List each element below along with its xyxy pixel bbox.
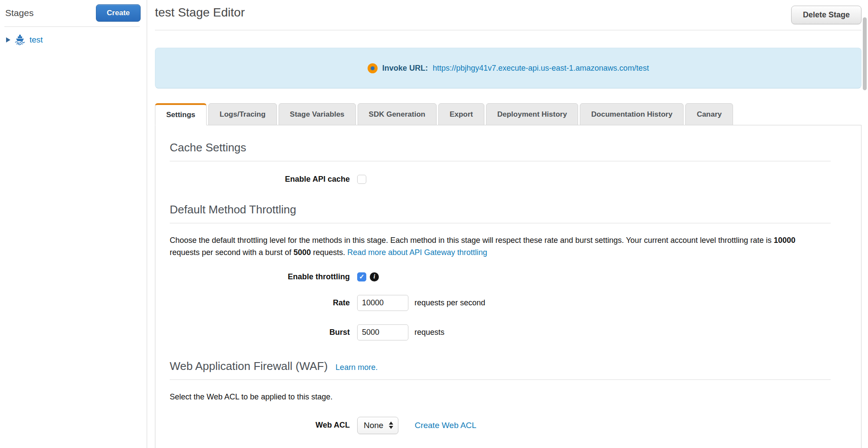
account-burst-value: 5000 xyxy=(293,248,311,257)
tab-settings[interactable]: Settings xyxy=(155,103,207,125)
burst-suffix: requests xyxy=(414,328,444,337)
stage-name[interactable]: test xyxy=(30,35,43,45)
stage-status-icon-dot xyxy=(371,66,375,70)
create-web-acl-link[interactable]: Create Web ACL xyxy=(414,421,476,430)
stage-ship-icon xyxy=(14,34,26,45)
invoke-url-banner: Invoke URL: https://pbjhgy41v7.execute-a… xyxy=(155,48,861,88)
check-icon: ✓ xyxy=(359,273,365,281)
burst-row: Burst requests xyxy=(170,324,831,340)
create-stage-button[interactable]: Create xyxy=(96,4,141,22)
read-more-throttling-link[interactable]: Read more about API Gateway throttling xyxy=(347,248,487,257)
stage-tabs: Settings Logs/Tracing Stage Variables SD… xyxy=(155,103,861,125)
enable-throttling-label: Enable throttling xyxy=(170,272,350,281)
sidebar-item-test-stage[interactable]: test xyxy=(0,27,147,45)
page-title: test Stage Editor xyxy=(155,6,245,20)
throttling-description-text: requests. xyxy=(311,248,347,257)
web-acl-row: Web ACL None Create Web ACL xyxy=(170,417,831,434)
select-stepper-icon xyxy=(389,422,393,429)
web-acl-label: Web ACL xyxy=(170,421,350,430)
info-icon-glyph: i xyxy=(374,273,375,280)
throttling-description-text: Choose the default throttling level for … xyxy=(170,236,774,245)
main-content: test Stage Editor Delete Stage Invoke UR… xyxy=(147,0,868,448)
web-acl-select[interactable]: None xyxy=(357,417,398,434)
stage-status-icon xyxy=(368,63,378,73)
throttling-description: Choose the default throttling level for … xyxy=(170,235,825,259)
throttling-heading: Default Method Throttling xyxy=(170,203,831,216)
enable-throttling-checkbox[interactable]: ✓ xyxy=(357,272,366,281)
tab-deployment-history[interactable]: Deployment History xyxy=(486,103,579,125)
waf-heading-row: Web Application Firewall (WAF) Learn mor… xyxy=(170,360,831,373)
rate-row: Rate requests per second xyxy=(170,295,831,311)
enable-throttling-row: Enable throttling ✓ i xyxy=(170,272,831,281)
page-header: test Stage Editor Delete Stage xyxy=(155,0,861,24)
rate-suffix: requests per second xyxy=(414,298,485,307)
sidebar-header: Stages Create xyxy=(0,0,147,25)
enable-api-cache-label: Enable API cache xyxy=(170,175,350,184)
enable-api-cache-row: Enable API cache xyxy=(170,175,831,184)
burst-label: Burst xyxy=(170,328,350,337)
expand-arrow-icon[interactable] xyxy=(6,37,10,43)
invoke-url-label: Invoke URL: xyxy=(382,64,428,73)
enable-api-cache-checkbox[interactable] xyxy=(357,175,366,184)
rate-input[interactable] xyxy=(357,295,408,311)
waf-learn-more-link[interactable]: Learn more. xyxy=(335,363,378,372)
invoke-url-link[interactable]: https://pbjhgy41v7.execute-api.us-east-1… xyxy=(433,64,649,73)
delete-stage-button[interactable]: Delete Stage xyxy=(791,6,861,24)
web-acl-selected-value: None xyxy=(364,421,383,430)
section-divider xyxy=(170,223,831,223)
section-divider xyxy=(170,379,831,380)
tab-documentation-history[interactable]: Documentation History xyxy=(580,103,684,125)
tab-sdk-generation[interactable]: SDK Generation xyxy=(358,103,437,125)
throttling-description-text: requests per second with a burst of xyxy=(170,248,293,257)
stages-sidebar: Stages Create test xyxy=(0,0,147,448)
waf-heading: Web Application Firewall (WAF) xyxy=(170,360,328,373)
tab-logs-tracing[interactable]: Logs/Tracing xyxy=(208,103,277,125)
waf-description: Select the Web ACL to be applied to this… xyxy=(170,391,825,403)
sidebar-title: Stages xyxy=(5,8,33,18)
tab-stage-variables[interactable]: Stage Variables xyxy=(279,103,356,125)
tab-canary[interactable]: Canary xyxy=(685,103,733,125)
account-rate-value: 10000 xyxy=(774,236,796,245)
settings-panel: Cache Settings Enable API cache Default … xyxy=(155,125,861,448)
cache-settings-heading: Cache Settings xyxy=(170,141,831,154)
tab-export[interactable]: Export xyxy=(438,103,484,125)
rate-label: Rate xyxy=(170,298,350,307)
vertical-scrollbar-thumb[interactable] xyxy=(863,17,867,90)
info-icon[interactable]: i xyxy=(370,272,379,281)
burst-input[interactable] xyxy=(357,324,408,340)
header-divider xyxy=(155,30,861,30)
section-divider xyxy=(170,161,831,161)
